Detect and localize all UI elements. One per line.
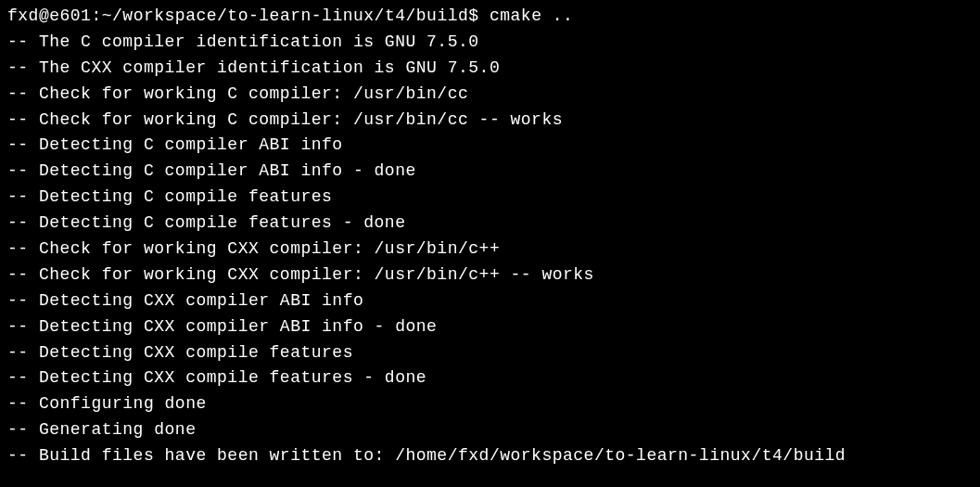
output-line: -- Check for working CXX compiler: /usr/… <box>7 237 973 263</box>
output-line: -- Detecting C compiler ABI info <box>7 133 973 159</box>
prompt-host: e601 <box>49 6 91 25</box>
output-line: -- Check for working CXX compiler: /usr/… <box>7 263 973 288</box>
output-line: -- The C compiler identification is GNU … <box>7 30 973 56</box>
prompt-user: fxd <box>7 6 39 25</box>
prompt-path: ~/workspace/to-learn-linux/t4/build <box>102 6 469 25</box>
output-line: -- Check for working C compiler: /usr/bi… <box>7 108 973 134</box>
output-line: -- Detecting CXX compile features - done <box>7 365 973 391</box>
terminal-output[interactable]: fxd@e601:~/workspace/to-learn-linux/t4/b… <box>7 4 973 469</box>
output-line: -- Detecting CXX compile features <box>7 340 973 366</box>
output-line: -- The CXX compiler identification is GN… <box>7 56 973 82</box>
output-line: -- Check for working C compiler: /usr/bi… <box>7 82 973 108</box>
output-line: -- Build files have been written to: /ho… <box>7 443 973 469</box>
output-line: -- Generating done <box>7 417 973 443</box>
output-line: -- Configuring done <box>7 391 973 417</box>
output-line: -- Detecting C compile features <box>7 185 973 211</box>
output-line: -- Detecting CXX compiler ABI info <box>7 288 973 314</box>
output-line: -- Detecting C compile features - done <box>7 211 973 237</box>
output-line: -- Detecting C compiler ABI info - done <box>7 159 973 185</box>
command-text: cmake .. <box>490 6 573 25</box>
shell-prompt-line: fxd@e601:~/workspace/to-learn-linux/t4/b… <box>7 4 973 30</box>
prompt-symbol: $ <box>468 6 478 25</box>
output-line: -- Detecting CXX compiler ABI info - don… <box>7 314 973 340</box>
